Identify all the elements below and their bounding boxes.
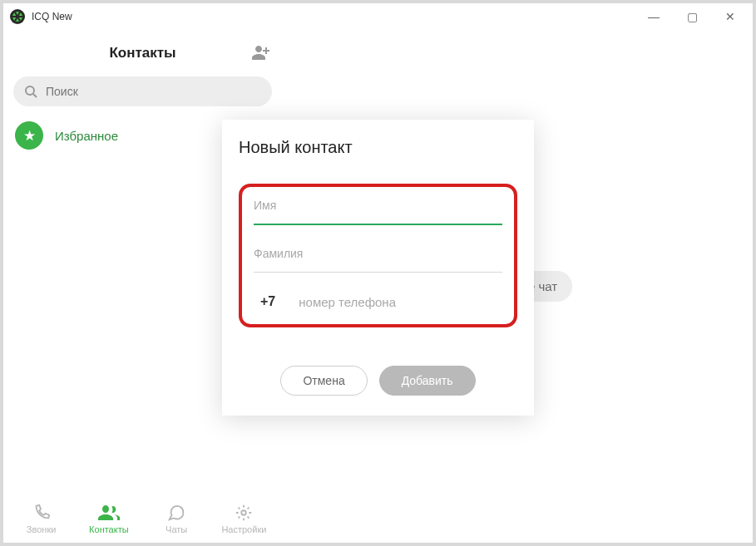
cancel-button[interactable]: Отмена	[280, 366, 367, 396]
modal-title: Новый контакт	[239, 138, 517, 157]
first-name-field[interactable]: Имя	[254, 199, 502, 225]
last-name-field[interactable]: Фамилия	[254, 247, 502, 273]
phone-placeholder: номер телефона	[299, 295, 396, 309]
phone-field[interactable]: +7 номер телефона	[254, 294, 502, 309]
country-code[interactable]: +7	[260, 294, 275, 309]
new-contact-modal: Новый контакт Имя Фамилия +7 номер телеф…	[222, 120, 534, 416]
last-name-label: Фамилия	[254, 247, 502, 260]
modal-backdrop: Новый контакт Имя Фамилия +7 номер телеф…	[3, 3, 753, 543]
form-highlight-box: Имя Фамилия +7 номер телефона	[239, 184, 517, 327]
first-name-label: Имя	[254, 199, 502, 212]
submit-button[interactable]: Добавить	[379, 366, 476, 396]
